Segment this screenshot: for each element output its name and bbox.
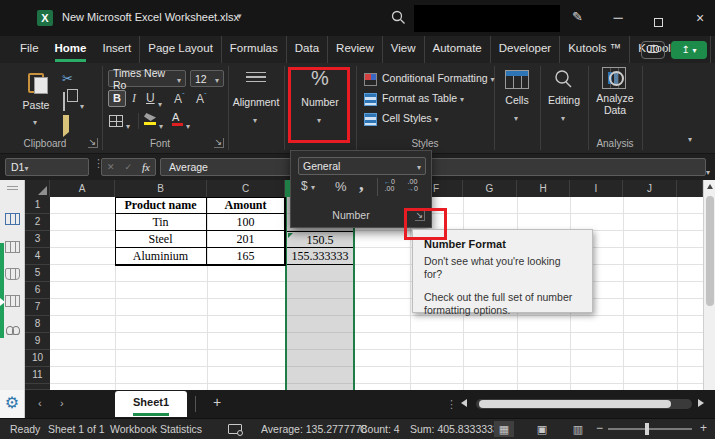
workbook-pane-icon[interactable] [5,213,20,225]
tab-automate[interactable]: Automate [425,36,491,63]
tab-formulas[interactable]: Formulas [222,36,287,63]
fill-color-dropdown-icon[interactable] [159,115,163,133]
title-dropdown-icon[interactable]: ▾ [237,11,242,21]
increase-decimal-button[interactable]: ←0.00 [384,178,395,192]
increase-font-button[interactable]: Aˆ [174,91,185,106]
cell-b4[interactable]: Aluminium [115,248,207,265]
row-header-6[interactable]: 6 [25,282,50,299]
kutools-settings-tile[interactable]: ⚙ [0,390,25,418]
underline-button[interactable]: U [146,91,155,105]
tab-insert[interactable]: Insert [94,36,140,63]
scroll-right-icon[interactable] [698,399,704,407]
maximize-button[interactable] [644,8,672,28]
collapse-ribbon-icon[interactable] [688,128,692,146]
row-header-7[interactable]: 7 [25,299,50,316]
normal-view-button[interactable]: ▦ [494,421,514,437]
select-all-button[interactable] [25,180,50,197]
next-sheet-icon[interactable]: › [60,397,64,409]
column-header-a[interactable]: A [50,180,115,197]
search-icon[interactable] [391,10,406,25]
cell-c4[interactable]: 165 [207,248,285,265]
name-box[interactable]: D1 [5,158,89,176]
add-sheet-button[interactable]: + [213,394,221,410]
insert-function-icon[interactable]: fx [142,161,150,173]
italic-button[interactable]: I [132,91,136,106]
column-header-g[interactable]: G [463,180,517,197]
font-color-dropdown-icon[interactable] [186,115,190,133]
prev-sheet-icon[interactable]: ‹ [38,397,42,409]
zoom-slider-thumb[interactable] [645,423,649,435]
percent-style-button[interactable]: % [335,179,347,194]
vertical-scroll-thumb[interactable] [706,196,714,306]
cells-dropdown-icon[interactable] [514,107,518,125]
underline-dropdown-icon[interactable] [158,93,162,111]
formula-input[interactable]: Average [160,158,706,176]
row-header-9[interactable]: 9 [25,333,50,350]
close-button[interactable]: × [686,8,714,28]
column-list-icon[interactable] [5,295,20,307]
zoom-slider-track[interactable] [608,428,692,430]
row-header-2[interactable]: 2 [25,214,50,231]
comma-style-button[interactable]: , [359,173,364,195]
tab-kutools[interactable]: Kutools ™ [560,36,630,63]
expand-formula-bar-icon[interactable] [706,161,710,179]
row-header-8[interactable]: 8 [25,316,50,333]
font-color-button[interactable]: A [172,111,183,126]
column-header-h[interactable]: H [517,180,570,197]
cell-c1[interactable]: Amount [207,197,285,214]
paste-dropdown-icon[interactable] [33,111,37,129]
pane-collapse-arrow-icon[interactable] [0,298,5,306]
horizontal-scroll-thumb[interactable] [479,400,671,408]
page-layout-view-button[interactable]: ▣ [532,421,552,437]
quick-access-pane-icon[interactable] [5,241,20,253]
enter-icon[interactable]: ✓ [125,162,133,172]
scroll-left-icon[interactable] [461,399,467,407]
font-dialog-launcher-icon[interactable]: ↘ [214,138,224,148]
page-break-view-button[interactable]: ▥ [568,421,588,437]
tab-review[interactable]: Review [328,36,383,63]
alignment-group-button[interactable]: Alignment [228,96,284,108]
analyze-data-button[interactable]: AnalyzeData [588,92,642,116]
ink-pen-icon[interactable]: ✎ [572,9,583,24]
format-painter-button[interactable] [63,115,69,133]
font-name-select[interactable]: Times New Ro [108,70,186,87]
sheet-tab-active[interactable]: Sheet1 [115,391,187,417]
format-as-table-button[interactable]: Format as Table [382,92,464,104]
cut-icon[interactable]: ✂ [62,71,73,86]
column-header-b[interactable]: B [115,180,207,197]
column-header-c[interactable]: C [207,180,285,197]
copy-button[interactable] [63,93,65,111]
bold-button[interactable]: B [108,90,126,107]
smart-tag-triangle-icon[interactable] [288,233,293,238]
row-header-3[interactable]: 3 [25,231,50,248]
fill-color-button[interactable] [144,113,156,125]
zoom-out-button[interactable]: − [596,421,603,435]
cells-group-button[interactable]: Cells [494,94,540,106]
tab-page-layout[interactable]: Page Layout [140,36,222,63]
column-header-partial[interactable] [677,180,703,197]
copy-dropdown-icon[interactable] [80,95,84,113]
column-header-i[interactable]: I [570,180,623,197]
pane-handle-icon[interactable] [7,186,18,190]
tab-file[interactable]: File [12,36,47,63]
row-header-5[interactable]: 5 [25,265,50,282]
cell-c3[interactable]: 201 [207,231,285,248]
column-header-j[interactable]: J [623,180,677,197]
minimize-button[interactable]: ─ [604,8,632,28]
row-header-11[interactable]: 11 [25,367,50,384]
paste-label[interactable]: Paste [16,99,56,111]
conditional-formatting-button[interactable]: Conditional Formatting [382,72,495,84]
decrease-decimal-button[interactable]: .00→0 [407,178,418,192]
find-binoculars-icon[interactable] [6,326,20,334]
row-header-10[interactable]: 10 [25,350,50,367]
tab-home[interactable]: Home [47,36,95,63]
resource-library-icon[interactable] [5,268,20,280]
row-header-4[interactable]: 4 [25,248,50,265]
decrease-font-button[interactable]: Aˇ [196,91,207,106]
row-header-1[interactable]: 1 [25,197,50,214]
cell-b2[interactable]: Tin [115,214,207,231]
cell-b3[interactable]: Steel [115,231,207,248]
share-button[interactable]: ↥ ▾ [671,41,707,59]
excel-app-icon[interactable]: X [37,10,53,26]
cell-d4[interactable]: 155.333333 [287,248,353,265]
